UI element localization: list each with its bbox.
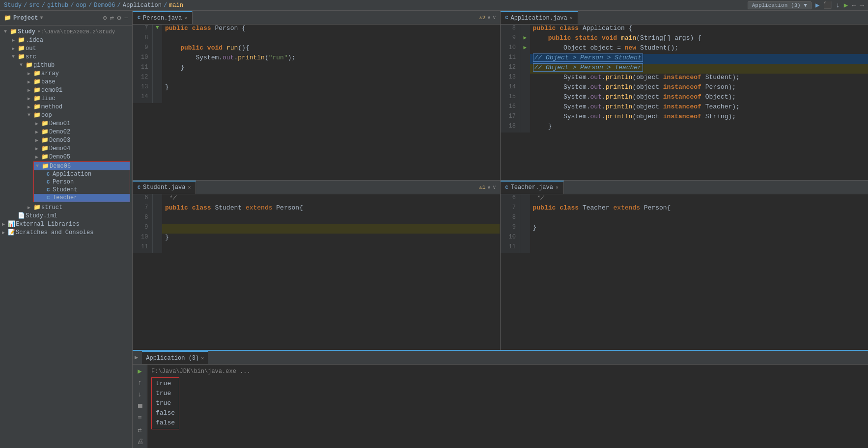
sync-icon[interactable]: ⇄ xyxy=(110,14,114,22)
tab-teacher[interactable]: C Teacher.java ✕ xyxy=(501,181,564,194)
tree-item-application[interactable]: C Application xyxy=(34,170,130,178)
run-play-button[interactable]: ▶ xyxy=(135,367,145,375)
folder-icon: 📁 xyxy=(32,86,41,94)
expand-arrow[interactable]: ▶ xyxy=(33,154,40,160)
tab-close[interactable]: ✕ xyxy=(570,15,573,21)
code-editor-person[interactable]: 7 ▼ public class Person { 8 9 xyxy=(133,25,500,180)
expand-arrow[interactable]: ▶ xyxy=(26,71,32,77)
expand-arrow[interactable]: ▼ xyxy=(2,29,9,34)
tree-item-idea[interactable]: ▶ 📁 .idea xyxy=(0,36,132,44)
tree-item-extlibs[interactable]: ▶ 📊 External Libraries xyxy=(0,220,132,228)
run-config-dropdown[interactable]: Application (3) ▼ xyxy=(748,1,812,9)
tree-path: F:\Java\IDEA2020.2\Study xyxy=(37,29,115,35)
tree-item-struct[interactable]: ▶ 📁 struct xyxy=(0,203,132,211)
minimize-icon[interactable]: − xyxy=(124,14,128,22)
tree-item-base[interactable]: ▶ 📁 base xyxy=(0,78,132,86)
breadcrumb-study[interactable]: Study xyxy=(4,2,22,9)
nav-forward[interactable]: → xyxy=(860,1,864,9)
tab-student[interactable]: C Student.java ✕ xyxy=(133,181,196,194)
expand-arrow[interactable]: ▶ xyxy=(26,87,32,93)
code-editor-application[interactable]: 8 public class Application { 9 ▶ public … xyxy=(501,25,868,180)
tree-item-github[interactable]: ▼ 📁 github xyxy=(0,61,132,69)
tree-item-demo01sub[interactable]: ▶ 📁 Demo01 xyxy=(0,119,132,128)
expand-arrow[interactable]: ▶ xyxy=(33,129,40,135)
tree-item-demo03sub[interactable]: ▶ 📁 Demo03 xyxy=(0,136,132,144)
dropdown-icon[interactable]: ▼ xyxy=(40,15,43,21)
run-tab-close[interactable]: ✕ xyxy=(201,355,204,361)
tree-item-demo04sub[interactable]: ▶ 📁 Demo04 xyxy=(0,144,132,153)
add-icon[interactable]: ⊕ xyxy=(103,14,107,22)
tree-label: array xyxy=(41,70,59,77)
breadcrumb-application[interactable]: Application xyxy=(123,2,162,9)
warn-nav-down[interactable]: ∨ xyxy=(493,14,496,21)
tree-item-demo06sub[interactable]: ▼ 📁 Demo06 xyxy=(34,162,130,170)
warn-nav-up[interactable]: ∧ xyxy=(487,14,491,21)
tree-item-src[interactable]: ▼ 📁 src xyxy=(0,53,132,61)
tab-application[interactable]: C Application.java ✕ xyxy=(501,11,578,24)
breadcrumb-github[interactable]: github xyxy=(47,2,68,9)
tree-item-demo01[interactable]: ▶ 📁 demo01 xyxy=(0,86,132,94)
tree-label: liuc xyxy=(41,95,56,102)
tree-item-studyiml[interactable]: 📄 Study.iml xyxy=(0,211,132,220)
tree-item-oop[interactable]: ▼ 📁 oop xyxy=(0,111,132,119)
expand-arrow[interactable]: ▶ xyxy=(26,104,32,110)
code-line: 8 xyxy=(133,34,500,44)
run-format-button[interactable]: ⇄ xyxy=(135,425,145,434)
breadcrumb-main[interactable]: main xyxy=(169,2,183,9)
tab-person[interactable]: C Person.java ✕ xyxy=(133,11,193,24)
code-editor-student[interactable]: 6 */ 7 public class Student extends Pers… xyxy=(133,194,500,350)
expand-arrow[interactable]: ▶ xyxy=(10,46,17,52)
expand-arrow[interactable]: ▼ xyxy=(26,112,32,118)
expand-arrow[interactable]: ▼ xyxy=(34,163,41,169)
code-line: 8 xyxy=(133,214,500,224)
code-line: 9 } xyxy=(501,224,868,234)
tab-close[interactable]: ✕ xyxy=(184,15,187,21)
tree-item-method[interactable]: ▶ 📁 method xyxy=(0,103,132,111)
run-button[interactable]: ▶ xyxy=(815,1,819,9)
expand-arrow[interactable]: ▶ xyxy=(26,205,32,211)
debug-button[interactable]: ⬛ xyxy=(823,1,832,9)
breadcrumb-oop[interactable]: oop xyxy=(76,2,86,9)
expand-arrow[interactable]: ▶ xyxy=(0,230,7,236)
expand-arrow[interactable]: ▶ xyxy=(0,221,7,227)
tree-item-scratches[interactable]: ▶ 📝 Scratches and Consoles xyxy=(0,228,132,237)
expand-arrow[interactable]: ▶ xyxy=(26,96,32,102)
tree-item-student[interactable]: C Student xyxy=(34,186,130,194)
tree-item-liuc[interactable]: ▶ 📁 liuc xyxy=(0,94,132,103)
tree-item-array[interactable]: ▶ 📁 array xyxy=(0,69,132,78)
editor-pane-person: C Person.java ✕ ⚠2 ∧ ∨ 7 ▼ xyxy=(133,11,501,181)
expand-arrow[interactable]: ▶ xyxy=(33,146,40,152)
expand-arrow[interactable]: ▶ xyxy=(33,137,40,143)
tab-close[interactable]: ✕ xyxy=(188,184,191,190)
breadcrumb-demo06[interactable]: Demo06 xyxy=(94,2,115,9)
code-line: 13 } xyxy=(133,83,500,93)
run-down-button[interactable]: ↓ xyxy=(135,390,145,399)
warn-nav-down[interactable]: ∨ xyxy=(493,184,496,190)
run-print-button[interactable]: 🖨 xyxy=(135,437,145,446)
run-up-button[interactable]: ↑ xyxy=(135,378,145,387)
expand-arrow[interactable]: ▶ xyxy=(33,121,40,127)
expand-arrow[interactable]: ▶ xyxy=(10,37,17,43)
tree-item-teacher[interactable]: C Teacher xyxy=(34,194,130,202)
tree-item-study[interactable]: ▼ 📁 Study F:\Java\IDEA2020.2\Study xyxy=(0,27,132,36)
expand-arrow[interactable]: ▼ xyxy=(18,62,25,68)
tree-label: src xyxy=(26,53,36,60)
settings-icon[interactable]: ⚙ xyxy=(117,14,121,22)
tree-item-demo05sub[interactable]: ▶ 📁 Demo05 xyxy=(0,153,132,161)
warn-nav-up[interactable]: ∧ xyxy=(487,184,491,190)
build-button[interactable]: ↓ xyxy=(836,1,840,9)
run-stop-button[interactable]: ⏹ xyxy=(135,402,145,411)
breadcrumb-src[interactable]: src xyxy=(29,2,40,9)
update-button[interactable]: ▶ xyxy=(844,1,848,9)
tab-close[interactable]: ✕ xyxy=(556,184,559,190)
run-align-button[interactable]: ≡ xyxy=(135,414,145,422)
run-tab-application[interactable]: Application (3) ✕ xyxy=(142,351,208,364)
tree-item-out[interactable]: ▶ 📁 out xyxy=(0,44,132,53)
expand-arrow[interactable]: ▼ xyxy=(10,54,17,59)
tree-item-demo02sub[interactable]: ▶ 📁 Demo02 xyxy=(0,128,132,136)
code-editor-teacher[interactable]: 6 */ 7 public class Teacher extends Pers… xyxy=(501,194,868,350)
tree-item-person[interactable]: C Person xyxy=(34,178,130,186)
folder-icon: 📁 xyxy=(40,120,49,127)
nav-back[interactable]: ← xyxy=(852,1,856,9)
expand-arrow[interactable]: ▶ xyxy=(26,79,32,85)
